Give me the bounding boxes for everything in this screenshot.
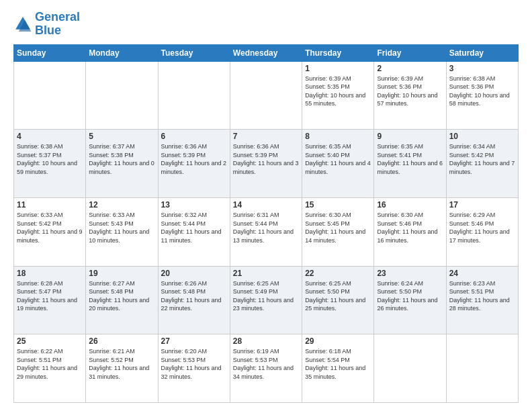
calendar-cell: 27Sunrise: 6:20 AM Sunset: 5:53 PM Dayli…: [158, 334, 230, 403]
day-number: 26: [89, 336, 154, 346]
day-info: Sunrise: 6:27 AM Sunset: 5:48 PM Dayligh…: [89, 279, 154, 313]
calendar-cell: 1Sunrise: 6:39 AM Sunset: 5:35 PM Daylig…: [302, 61, 374, 130]
day-info: Sunrise: 6:20 AM Sunset: 5:53 PM Dayligh…: [161, 347, 227, 381]
weekday-header-saturday: Saturday: [446, 44, 518, 61]
day-number: 4: [17, 132, 83, 141]
day-info: Sunrise: 6:22 AM Sunset: 5:51 PM Dayligh…: [17, 347, 83, 381]
day-number: 9: [377, 132, 443, 141]
day-number: 22: [305, 269, 371, 278]
weekday-header-friday: Friday: [374, 44, 446, 61]
day-number: 5: [89, 132, 154, 141]
calendar-cell: 3Sunrise: 6:38 AM Sunset: 5:36 PM Daylig…: [446, 61, 518, 130]
day-info: Sunrise: 6:24 AM Sunset: 5:50 PM Dayligh…: [377, 279, 443, 313]
calendar-cell: 29Sunrise: 6:18 AM Sunset: 5:54 PM Dayli…: [302, 334, 374, 403]
logo-text: General Blue: [35, 11, 80, 38]
day-number: 16: [377, 200, 443, 210]
calendar-cell: 19Sunrise: 6:27 AM Sunset: 5:48 PM Dayli…: [86, 266, 158, 334]
day-number: 18: [17, 269, 83, 278]
calendar-cell: 4Sunrise: 6:38 AM Sunset: 5:37 PM Daylig…: [14, 130, 86, 198]
day-info: Sunrise: 6:38 AM Sunset: 5:37 PM Dayligh…: [17, 142, 83, 176]
calendar-cell: 18Sunrise: 6:28 AM Sunset: 5:47 PM Dayli…: [14, 266, 86, 334]
calendar-cell: 2Sunrise: 6:39 AM Sunset: 5:36 PM Daylig…: [374, 61, 446, 130]
day-number: 13: [161, 200, 227, 210]
week-row-3: 11Sunrise: 6:33 AM Sunset: 5:42 PM Dayli…: [14, 197, 519, 266]
day-number: 15: [305, 200, 371, 210]
day-info: Sunrise: 6:33 AM Sunset: 5:43 PM Dayligh…: [89, 211, 154, 244]
week-row-4: 18Sunrise: 6:28 AM Sunset: 5:47 PM Dayli…: [14, 266, 519, 334]
day-number: 20: [161, 269, 227, 278]
week-row-2: 4Sunrise: 6:38 AM Sunset: 5:37 PM Daylig…: [14, 130, 519, 198]
day-info: Sunrise: 6:35 AM Sunset: 5:40 PM Dayligh…: [305, 142, 371, 176]
calendar-cell: 22Sunrise: 6:25 AM Sunset: 5:50 PM Dayli…: [302, 266, 374, 334]
day-number: 24: [449, 269, 515, 278]
day-info: Sunrise: 6:19 AM Sunset: 5:53 PM Dayligh…: [233, 347, 299, 381]
day-number: 3: [449, 64, 515, 73]
day-number: 23: [377, 269, 443, 278]
day-info: Sunrise: 6:39 AM Sunset: 5:35 PM Dayligh…: [305, 75, 371, 108]
day-info: Sunrise: 6:32 AM Sunset: 5:44 PM Dayligh…: [161, 211, 227, 244]
logo: General Blue: [13, 11, 80, 38]
day-info: Sunrise: 6:39 AM Sunset: 5:36 PM Dayligh…: [377, 75, 443, 108]
calendar-cell: [86, 61, 158, 130]
day-number: 1: [305, 64, 371, 73]
day-info: Sunrise: 6:25 AM Sunset: 5:50 PM Dayligh…: [305, 279, 371, 313]
calendar-table: SundayMondayTuesdayWednesdayThursdayFrid…: [13, 44, 519, 403]
weekday-header-thursday: Thursday: [302, 44, 374, 61]
calendar-cell: 16Sunrise: 6:30 AM Sunset: 5:46 PM Dayli…: [374, 197, 446, 266]
day-info: Sunrise: 6:26 AM Sunset: 5:48 PM Dayligh…: [161, 279, 227, 313]
day-number: 21: [233, 269, 299, 278]
weekday-header-monday: Monday: [86, 44, 158, 61]
calendar-cell: [446, 334, 518, 403]
weekday-header-tuesday: Tuesday: [158, 44, 230, 61]
calendar-cell: [230, 61, 302, 130]
logo-icon: [13, 15, 32, 34]
weekday-header-row: SundayMondayTuesdayWednesdayThursdayFrid…: [14, 44, 519, 61]
page: General Blue SundayMondayTuesdayWednesda…: [0, 0, 532, 411]
day-number: 25: [17, 336, 83, 346]
day-number: 6: [161, 132, 227, 141]
calendar-cell: 26Sunrise: 6:21 AM Sunset: 5:52 PM Dayli…: [86, 334, 158, 403]
calendar-cell: 14Sunrise: 6:31 AM Sunset: 5:44 PM Dayli…: [230, 197, 302, 266]
day-number: 11: [17, 200, 83, 210]
day-info: Sunrise: 6:36 AM Sunset: 5:39 PM Dayligh…: [233, 142, 299, 176]
calendar-cell: 13Sunrise: 6:32 AM Sunset: 5:44 PM Dayli…: [158, 197, 230, 266]
day-number: 19: [89, 269, 154, 278]
day-info: Sunrise: 6:33 AM Sunset: 5:42 PM Dayligh…: [17, 211, 83, 244]
day-number: 27: [161, 336, 227, 346]
day-info: Sunrise: 6:25 AM Sunset: 5:49 PM Dayligh…: [233, 279, 299, 313]
week-row-1: 1Sunrise: 6:39 AM Sunset: 5:35 PM Daylig…: [14, 61, 519, 130]
day-number: 2: [377, 64, 443, 73]
day-info: Sunrise: 6:37 AM Sunset: 5:38 PM Dayligh…: [89, 142, 154, 176]
day-number: 8: [305, 132, 371, 141]
day-info: Sunrise: 6:35 AM Sunset: 5:41 PM Dayligh…: [377, 142, 443, 176]
day-info: Sunrise: 6:31 AM Sunset: 5:44 PM Dayligh…: [233, 211, 299, 244]
calendar-cell: 17Sunrise: 6:29 AM Sunset: 5:46 PM Dayli…: [446, 197, 518, 266]
day-number: 10: [449, 132, 515, 141]
calendar-cell: 7Sunrise: 6:36 AM Sunset: 5:39 PM Daylig…: [230, 130, 302, 198]
calendar-cell: 12Sunrise: 6:33 AM Sunset: 5:43 PM Dayli…: [86, 197, 158, 266]
day-number: 29: [305, 336, 371, 346]
day-info: Sunrise: 6:18 AM Sunset: 5:54 PM Dayligh…: [305, 347, 371, 381]
calendar-cell: 6Sunrise: 6:36 AM Sunset: 5:39 PM Daylig…: [158, 130, 230, 198]
day-info: Sunrise: 6:38 AM Sunset: 5:36 PM Dayligh…: [449, 75, 515, 108]
weekday-header-wednesday: Wednesday: [230, 44, 302, 61]
day-number: 7: [233, 132, 299, 141]
week-row-5: 25Sunrise: 6:22 AM Sunset: 5:51 PM Dayli…: [14, 334, 519, 403]
calendar-cell: 15Sunrise: 6:30 AM Sunset: 5:45 PM Dayli…: [302, 197, 374, 266]
day-number: 28: [233, 336, 299, 346]
weekday-header-sunday: Sunday: [14, 44, 86, 61]
day-info: Sunrise: 6:29 AM Sunset: 5:46 PM Dayligh…: [449, 211, 515, 244]
calendar-cell: 9Sunrise: 6:35 AM Sunset: 5:41 PM Daylig…: [374, 130, 446, 198]
calendar-cell: 23Sunrise: 6:24 AM Sunset: 5:50 PM Dayli…: [374, 266, 446, 334]
day-info: Sunrise: 6:21 AM Sunset: 5:52 PM Dayligh…: [89, 347, 154, 381]
calendar-cell: 21Sunrise: 6:25 AM Sunset: 5:49 PM Dayli…: [230, 266, 302, 334]
day-number: 12: [89, 200, 154, 210]
day-info: Sunrise: 6:36 AM Sunset: 5:39 PM Dayligh…: [161, 142, 227, 176]
day-number: 17: [449, 200, 515, 210]
calendar-cell: 11Sunrise: 6:33 AM Sunset: 5:42 PM Dayli…: [14, 197, 86, 266]
day-info: Sunrise: 6:30 AM Sunset: 5:46 PM Dayligh…: [377, 211, 443, 244]
calendar-cell: [374, 334, 446, 403]
header: General Blue: [13, 11, 519, 38]
day-info: Sunrise: 6:23 AM Sunset: 5:51 PM Dayligh…: [449, 279, 515, 313]
calendar-cell: 28Sunrise: 6:19 AM Sunset: 5:53 PM Dayli…: [230, 334, 302, 403]
